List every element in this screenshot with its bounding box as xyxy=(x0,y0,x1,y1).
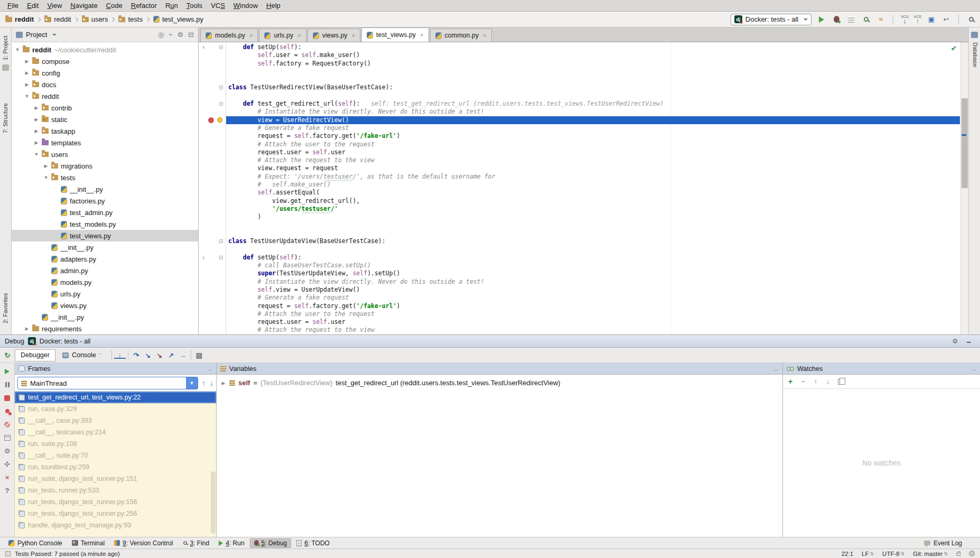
execution-line[interactable]: view = UserRedirectView() xyxy=(199,116,960,124)
gear-icon[interactable]: ⚙ xyxy=(177,31,183,38)
changes-button[interactable]: ▣ xyxy=(927,15,936,24)
code-line[interactable]: # Generate a fake request xyxy=(199,294,960,302)
hide-tool-window-icon[interactable]: 🗕 xyxy=(966,337,973,345)
tool-button-structure[interactable]: 7: Structure xyxy=(2,103,8,133)
code-line[interactable]: # call BaseUserTestCase.setUp() xyxy=(199,262,960,269)
code-line[interactable]: class TestUserRedirectView(BaseUserTestC… xyxy=(199,83,960,91)
menu-help[interactable]: Help xyxy=(262,1,285,11)
tree-item-requirements[interactable]: ▶requirements xyxy=(12,323,198,334)
closed-arrow-icon[interactable]: ▶ xyxy=(34,105,39,110)
profile-button[interactable] xyxy=(861,15,871,24)
next-frame-icon[interactable]: ↓ xyxy=(210,379,213,387)
vcs-commit-button[interactable]: VCS↑ xyxy=(914,15,921,24)
frames-scrollbar[interactable] xyxy=(211,471,216,534)
project-stripe-icon[interactable] xyxy=(2,64,9,71)
tree-item-contrib[interactable]: ▶contrib xyxy=(12,102,198,114)
editor-tab-models-py[interactable]: models.py× xyxy=(200,29,258,42)
tree-item-test_admin-py[interactable]: test_admin.py xyxy=(12,207,198,218)
close-tab-icon[interactable]: × xyxy=(352,32,355,39)
pause-icon[interactable] xyxy=(3,380,12,389)
restore-layout-icon[interactable] xyxy=(3,433,12,442)
editor-tab-views-py[interactable]: views.py× xyxy=(307,29,360,42)
code-line[interactable] xyxy=(199,68,960,76)
close-icon[interactable]: × xyxy=(3,473,12,481)
tree-item-migrations[interactable]: ▶migrations xyxy=(12,160,198,172)
force-step-into-icon[interactable]: ↘ xyxy=(154,350,165,360)
code-line[interactable]: ↑ def setUp(self): xyxy=(199,43,960,51)
scrollbar-thumb[interactable] xyxy=(962,98,968,188)
editor-scrollbar[interactable] xyxy=(960,42,968,334)
tree-item-test_models-py[interactable]: test_models.py xyxy=(12,218,198,230)
variable-row[interactable]: ▶ self = {TestUserRedirectView} test_get… xyxy=(217,375,782,387)
tree-item-reddit[interactable]: ▼reddit xyxy=(12,90,198,102)
rerun-icon[interactable]: ↻ xyxy=(3,351,12,359)
execution-line-mark[interactable] xyxy=(962,134,966,136)
code-line[interactable] xyxy=(199,245,960,253)
pin-icon[interactable]: → xyxy=(207,366,212,372)
status-git-master[interactable]: Git: master⇅ xyxy=(913,551,948,557)
project-view-chevron-icon[interactable] xyxy=(52,34,57,36)
editor-tab-test_views-py[interactable]: test_views.py× xyxy=(361,27,428,42)
tree-item-reddit[interactable]: ▼reddit ~/cookiecutter/reddit xyxy=(12,44,198,55)
closed-arrow-icon[interactable]: ▶ xyxy=(24,59,30,64)
step-over-icon[interactable]: ↷ xyxy=(130,350,142,360)
tool-button-version-control[interactable]: 9: Version Control xyxy=(110,538,177,548)
coverage-button[interactable] xyxy=(846,15,856,24)
frame-row[interactable]: __call__, testcases.py:214 xyxy=(15,426,216,438)
code-line[interactable]: # Expect: '/users/testuser/', as that is… xyxy=(199,173,960,181)
tree-item-docs[interactable]: ▶docs xyxy=(12,79,198,90)
status-lf[interactable]: LF⇅ xyxy=(862,551,874,557)
frame-row[interactable]: run_tests, django_test_runner.py:256 xyxy=(15,508,216,519)
highlighting-level-icon[interactable] xyxy=(969,551,975,556)
frame-row[interactable]: run, tcunittest.py:259 xyxy=(15,461,216,473)
help-icon[interactable]: ? xyxy=(3,486,12,495)
tool-button-project[interactable]: 1: Project xyxy=(2,36,8,60)
closed-arrow-icon[interactable]: ▶ xyxy=(34,128,39,134)
status-message[interactable]: Tests Passed: 7 passed (a minute ago) xyxy=(15,551,120,557)
duplicate-watch-icon[interactable] xyxy=(838,379,843,385)
code-line[interactable]: # Instantiate the view directly. Never d… xyxy=(199,278,960,286)
frame-row[interactable]: run_tests, runner.py:533 xyxy=(15,485,216,496)
locate-file-icon[interactable]: ◎ xyxy=(158,31,164,38)
close-tab-icon[interactable]: × xyxy=(420,32,423,38)
menu-window[interactable]: Window xyxy=(229,1,262,11)
tree-item-users[interactable]: ▼users xyxy=(12,148,198,160)
remove-watch-icon[interactable]: − xyxy=(801,377,805,386)
menu-run[interactable]: Run xyxy=(161,1,182,11)
debug-settings-gear-icon[interactable]: ⚙ xyxy=(3,447,12,455)
code-line[interactable]: def test_get_redirect_url(self): self: t… xyxy=(199,100,960,108)
breadcrumb-item[interactable]: users xyxy=(81,15,109,23)
code-line[interactable]: # Attach the user to the request xyxy=(199,310,960,318)
menu-tools[interactable]: Tools xyxy=(182,1,207,11)
menu-file[interactable]: File xyxy=(3,1,23,11)
revert-button[interactable]: ↩ xyxy=(941,15,951,24)
frame-row[interactable]: test_get_redirect_url, test_views.py:22 xyxy=(15,392,216,403)
menu-code[interactable]: Code xyxy=(102,1,127,11)
frame-row[interactable]: __call__, suite.py:70 xyxy=(15,450,216,461)
open-arrow-icon[interactable]: ▼ xyxy=(43,175,49,180)
open-arrow-icon[interactable]: ▼ xyxy=(34,152,39,157)
run-to-cursor-icon[interactable]: → xyxy=(177,350,189,360)
tree-item-adapters-py[interactable]: adapters.py xyxy=(12,253,198,265)
tool-button-python-console[interactable]: Python Console xyxy=(4,538,67,548)
tree-item-__init__-py[interactable]: __init__.py xyxy=(12,183,198,195)
pin-icon[interactable]: → xyxy=(970,366,976,372)
fold-marker-icon[interactable] xyxy=(219,256,223,259)
tree-item-admin-py[interactable]: admin.py xyxy=(12,265,198,276)
open-arrow-icon[interactable]: ▼ xyxy=(15,47,20,52)
view-as-table-icon[interactable]: ▤ xyxy=(193,350,205,360)
tree-item-static[interactable]: ▶static xyxy=(12,114,198,125)
code-line[interactable]: self.assertEqual( xyxy=(199,189,960,197)
frame-row[interactable]: run, case.py:329 xyxy=(15,403,216,415)
menu-refactor[interactable]: Refactor xyxy=(127,1,161,11)
view-breakpoints-icon[interactable] xyxy=(3,407,12,415)
code-line[interactable]: super(TestUserUpdateView, self).setUp() xyxy=(199,269,960,277)
tree-item-__init__-py[interactable]: __init__.py xyxy=(12,241,198,253)
code-line[interactable]: self.factory = RequestFactory() xyxy=(199,60,960,68)
code-line[interactable]: self.view = UserUpdateView() xyxy=(199,286,960,294)
menu-navigate[interactable]: Navigate xyxy=(66,1,101,11)
run-button[interactable] xyxy=(817,15,826,24)
code-line[interactable]: # Attach the request to the view xyxy=(199,156,960,164)
database-stripe-icon[interactable] xyxy=(971,32,978,38)
code-line[interactable]: # self.make_user() xyxy=(199,181,960,189)
